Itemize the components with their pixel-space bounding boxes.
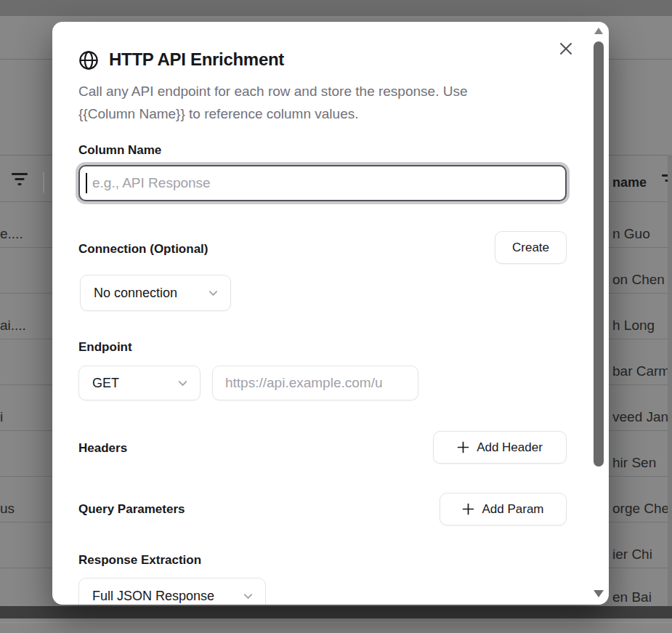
endpoint-url-input[interactable] <box>212 366 418 400</box>
add-param-label: Add Param <box>482 502 543 517</box>
table-cell-name: en Bai <box>612 589 652 606</box>
add-param-button[interactable]: Add Param <box>440 493 567 525</box>
response-extraction-label: Response Extraction <box>78 552 201 568</box>
scroll-down-arrow-icon[interactable] <box>594 590 604 597</box>
response-extraction-select[interactable]: Full JSON Response <box>78 578 266 605</box>
http-method-value: GET <box>92 376 119 391</box>
dialog-title: HTTP API Enrichment <box>109 49 284 70</box>
plus-icon <box>462 503 474 515</box>
create-connection-button[interactable]: Create <box>495 231 567 264</box>
dialog-description: Call any API endpoint for each row and s… <box>78 80 529 125</box>
connection-label: Connection (Optional) <box>78 241 208 257</box>
table-cell-name: bar Carmi <box>612 363 672 380</box>
table-cell-name: n Guo <box>612 225 650 243</box>
endpoint-label: Endpoint <box>78 339 132 355</box>
chevron-down-icon <box>243 591 254 602</box>
http-api-enrichment-dialog: HTTP API Enrichment Call any API endpoin… <box>52 22 609 605</box>
create-button-label: Create <box>512 241 549 255</box>
filter-icon[interactable] <box>11 172 28 185</box>
table-cell-fragment: e.... <box>0 225 23 243</box>
description-line-1: Call any API endpoint for each row and s… <box>78 80 529 102</box>
close-icon[interactable] <box>555 38 577 60</box>
headers-label: Headers <box>78 440 127 456</box>
add-header-label: Add Header <box>477 440 543 455</box>
table-cell-name: hir Sen <box>612 454 656 472</box>
scrollbar-thumb[interactable] <box>594 41 604 467</box>
table-cell-fragment: i <box>0 408 3 426</box>
chevron-down-icon <box>177 378 188 389</box>
table-cell-fragment: us <box>0 500 15 517</box>
connection-selected-value: No connection <box>94 286 177 301</box>
scroll-up-arrow-icon[interactable] <box>594 28 603 34</box>
table-cell-name: on Chen <box>612 271 665 289</box>
description-line-2: {{Column Name}} to reference column valu… <box>78 102 529 125</box>
table-cell-name: veed Jan... <box>612 408 672 426</box>
http-method-select[interactable]: GET <box>78 366 201 400</box>
column-resize-handle <box>43 172 44 193</box>
plus-icon <box>457 441 469 453</box>
background-scrollbar[interactable] <box>668 155 672 606</box>
table-cell-name: h Long <box>612 317 655 334</box>
connection-select[interactable]: No connection <box>80 275 231 311</box>
response-extraction-value: Full JSON Response <box>92 589 214 604</box>
text-cursor <box>86 173 87 193</box>
column-name-input[interactable] <box>78 165 567 201</box>
column-header-name[interactable]: name <box>612 175 647 190</box>
table-cell-name: orge Che... <box>612 500 672 517</box>
add-header-button[interactable]: Add Header <box>433 431 567 464</box>
chevron-down-icon <box>208 288 219 299</box>
globe-icon <box>78 50 99 70</box>
dialog-scrollbar[interactable] <box>593 26 604 600</box>
background-footer-band <box>0 606 672 618</box>
background-footer-divider <box>0 622 672 623</box>
table-cell-fragment: ai.... <box>0 317 26 334</box>
table-cell-name: ier Chi <box>612 546 652 563</box>
query-parameters-label: Query Parameters <box>78 501 185 517</box>
app-screen: name n Guoon Chenh Longbar Carmiveed Jan… <box>0 0 672 633</box>
background-toolbar <box>0 0 672 16</box>
column-name-label: Column Name <box>78 142 161 158</box>
